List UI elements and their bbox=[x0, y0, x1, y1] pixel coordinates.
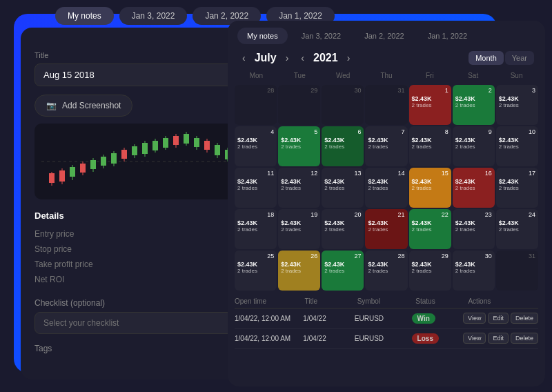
details-section: Details Entry price Stop price Take prof… bbox=[34, 210, 241, 287]
svg-rect-17 bbox=[121, 150, 127, 159]
add-screenshot-button[interactable]: 📷 Add Screenshot bbox=[34, 95, 132, 117]
svg-rect-21 bbox=[142, 143, 148, 154]
svg-rect-5 bbox=[59, 170, 65, 182]
row1-actions: View Edit Delete bbox=[463, 313, 538, 324]
left-panel: Title 📷 Add Screenshot bbox=[21, 28, 255, 380]
tab-jan3[interactable]: Jan 3, 2022 bbox=[119, 7, 188, 25]
cal-cell[interactable]: 19$2.43K2 trades bbox=[278, 209, 320, 249]
next-year-btn[interactable]: › bbox=[344, 51, 354, 65]
row1-delete-btn[interactable]: Delete bbox=[511, 313, 538, 324]
cal-cell[interactable]: 21$2.43K2 trades bbox=[365, 209, 407, 249]
cal-cell[interactable]: 8$2.43K2 trades bbox=[409, 126, 451, 166]
table-header: Open time Title Symbol Status Actions bbox=[235, 293, 538, 308]
cal-cell[interactable]: 13$2.43K2 trades bbox=[322, 168, 364, 208]
calendar-weeks: 28 29 30 31 1$2.43K2 trades 2$2.43K2 tra… bbox=[235, 85, 538, 291]
cal-tab-jan1[interactable]: Jan 1, 2022 bbox=[418, 28, 477, 44]
cal-cell[interactable]: 14$2.43K2 trades bbox=[365, 168, 407, 208]
svg-rect-23 bbox=[152, 141, 158, 150]
view-toggle: Month Year bbox=[469, 51, 534, 65]
cal-cell[interactable]: 30 bbox=[322, 85, 364, 125]
row1-edit-btn[interactable]: Edit bbox=[488, 313, 509, 324]
checklist-label: Checklist (optional) bbox=[34, 298, 241, 308]
cal-cell[interactable]: 23$2.43K2 trades bbox=[453, 209, 495, 249]
cal-cell[interactable]: 17$2.43K2 trades bbox=[496, 168, 538, 208]
svg-rect-31 bbox=[194, 138, 199, 147]
cal-cell[interactable]: 9$2.43K2 trades bbox=[453, 126, 495, 166]
cal-cell[interactable]: 10$2.43K2 trades bbox=[496, 126, 538, 166]
days-header: Mon Tue Wed Thu Fri Sat Sun bbox=[235, 69, 538, 82]
cal-cell[interactable]: 20$2.43K2 trades bbox=[322, 209, 364, 249]
trades-table: Open time Title Symbol Status Actions 1/… bbox=[228, 291, 545, 349]
status-badge-win: Win bbox=[412, 313, 435, 324]
cal-cell[interactable]: 11$2.43K2 trades bbox=[235, 168, 277, 208]
cal-tab-my-notes[interactable]: My notes bbox=[237, 28, 288, 44]
day-fri: Fri bbox=[408, 69, 451, 82]
svg-rect-33 bbox=[204, 141, 210, 150]
week-1: 28 29 30 31 1$2.43K2 trades 2$2.43K2 tra… bbox=[235, 85, 538, 125]
row1-symbol: EURUSD bbox=[355, 315, 412, 322]
row2-symbol: EURUSD bbox=[355, 335, 412, 342]
row1-title: 1/04/22 bbox=[303, 315, 355, 322]
year-view-btn[interactable]: Year bbox=[505, 51, 534, 65]
cal-cell[interactable]: 24$2.43K2 trades bbox=[496, 209, 538, 249]
checklist-input[interactable] bbox=[34, 312, 241, 334]
row1-view-btn[interactable]: View bbox=[463, 313, 486, 324]
row2-edit-btn[interactable]: Edit bbox=[488, 333, 509, 344]
svg-rect-9 bbox=[80, 164, 86, 173]
week-4: 18$2.43K2 trades 19$2.43K2 trades 20$2.4… bbox=[235, 209, 538, 249]
cal-cell[interactable]: 18$2.43K2 trades bbox=[235, 209, 277, 249]
week-3: 11$2.43K2 trades 12$2.43K2 trades 13$2.4… bbox=[235, 168, 538, 208]
cal-cell[interactable]: 3$2.43K2 trades bbox=[496, 85, 538, 125]
cal-cell[interactable]: 4$2.43K2 trades bbox=[235, 126, 277, 166]
tags-label: Tags bbox=[34, 344, 241, 353]
detail-take-profit: Take profit price bbox=[34, 257, 241, 272]
row2-delete-btn[interactable]: Delete bbox=[511, 333, 538, 344]
cal-cell[interactable]: 26$2.43K2 trades bbox=[278, 251, 320, 291]
next-month-btn[interactable]: › bbox=[282, 51, 293, 65]
cal-cell[interactable]: 29$2.43K2 trades bbox=[409, 251, 451, 291]
svg-rect-25 bbox=[163, 138, 168, 148]
cal-cell[interactable]: 16$2.43K2 trades bbox=[453, 168, 495, 208]
cal-cell[interactable]: 29 bbox=[278, 85, 320, 125]
day-sat: Sat bbox=[451, 69, 495, 82]
cal-cell[interactable]: 1$2.43K2 trades bbox=[409, 85, 451, 125]
col-open-time: Open time bbox=[235, 297, 305, 305]
cal-tab-jan3[interactable]: Jan 3, 2022 bbox=[292, 28, 351, 44]
day-tue: Tue bbox=[278, 69, 322, 82]
right-panel: My notes Jan 3, 2022 Jan 2, 2022 Jan 1, … bbox=[228, 21, 545, 386]
cal-tab-jan2[interactable]: Jan 2, 2022 bbox=[355, 28, 414, 44]
cal-cell[interactable]: 30$2.43K2 trades bbox=[453, 251, 495, 291]
details-title: Details bbox=[34, 210, 241, 221]
row1-status: Win bbox=[412, 313, 464, 324]
title-input[interactable] bbox=[34, 63, 241, 86]
cal-cell[interactable]: 15$2.43K2 trades bbox=[409, 168, 451, 208]
cal-cell[interactable]: 28 bbox=[235, 85, 277, 125]
prev-month-btn[interactable]: ‹ bbox=[239, 51, 249, 65]
svg-rect-35 bbox=[215, 145, 220, 155]
cal-cell[interactable]: 5$2.43K2 trades bbox=[278, 126, 320, 166]
cal-cell[interactable]: 27$2.43K2 trades bbox=[322, 251, 364, 291]
cal-cell[interactable]: 31 bbox=[365, 85, 407, 125]
cal-cell[interactable]: 2$2.43K2 trades bbox=[453, 85, 495, 125]
svg-rect-19 bbox=[132, 146, 137, 155]
day-mon: Mon bbox=[235, 69, 278, 82]
cal-cell[interactable]: 31 bbox=[496, 251, 538, 291]
col-status: Status bbox=[415, 297, 468, 305]
prev-year-btn[interactable]: ‹ bbox=[297, 51, 308, 65]
cal-cell[interactable]: 25$2.43K2 trades bbox=[235, 251, 277, 291]
cal-cell[interactable]: 6$2.43K2 trades bbox=[322, 126, 364, 166]
row2-view-btn[interactable]: View bbox=[463, 333, 486, 344]
row2-open-time: 1/04/22, 12:00 AM bbox=[235, 335, 303, 342]
cal-cell[interactable]: 12$2.43K2 trades bbox=[278, 168, 320, 208]
svg-rect-11 bbox=[90, 160, 96, 169]
row1-open-time: 1/04/22, 12:00 AM bbox=[235, 315, 303, 322]
cal-cell[interactable]: 7$2.43K2 trades bbox=[365, 126, 407, 166]
tab-my-notes[interactable]: My notes bbox=[55, 7, 114, 25]
month-view-btn[interactable]: Month bbox=[469, 51, 504, 65]
camera-icon: 📷 bbox=[46, 101, 57, 110]
cal-cell[interactable]: 22$2.43K2 trades bbox=[409, 209, 451, 249]
cal-cell[interactable]: 28$2.43K2 trades bbox=[365, 251, 407, 291]
col-symbol: Symbol bbox=[357, 297, 416, 305]
checklist-section: Checklist (optional) bbox=[34, 298, 241, 334]
svg-rect-15 bbox=[111, 153, 117, 164]
